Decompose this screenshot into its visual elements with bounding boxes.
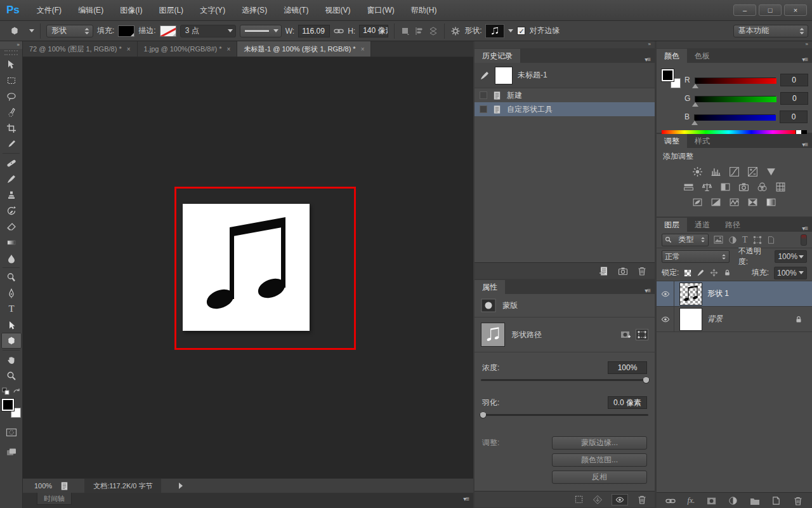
path-operations-icon[interactable] <box>400 26 410 36</box>
canvas-pasteboard[interactable] <box>23 57 473 478</box>
current-tool-preset[interactable] <box>5 23 24 39</box>
blur-tool[interactable] <box>1 250 22 266</box>
tab-properties[interactable]: 属性 <box>475 280 505 294</box>
opacity-dropdown[interactable]: 100% <box>775 250 807 263</box>
link-dimensions-icon[interactable] <box>334 27 344 35</box>
dodge-tool[interactable] <box>1 269 22 285</box>
width-input[interactable]: 116.09 <box>298 25 330 37</box>
close-tab-icon[interactable]: × <box>227 46 231 53</box>
color-panel-swatches[interactable] <box>662 69 681 88</box>
fill-dropdown[interactable]: 100% <box>774 267 807 279</box>
fill-swatch[interactable] <box>118 25 134 37</box>
mask-visibility-button[interactable] <box>612 494 628 505</box>
photo-filter-icon[interactable] <box>738 182 749 192</box>
history-state-row[interactable]: 新建 <box>475 88 655 102</box>
rectangular-marquee-tool[interactable] <box>1 72 22 88</box>
layer-thumbnail[interactable] <box>679 283 702 305</box>
tab-swatches[interactable]: 色板 <box>687 49 717 63</box>
tab-styles[interactable]: 样式 <box>687 134 717 148</box>
layer-row-shape1[interactable]: 形状 1 <box>657 281 812 307</box>
density-slider[interactable] <box>481 379 648 381</box>
gradient-tool[interactable] <box>1 234 22 250</box>
history-snapshot-row[interactable]: 未标题-1 <box>475 63 655 88</box>
shape-picker[interactable] <box>485 24 504 38</box>
collapse-panels-icon[interactable]: » <box>657 41 812 48</box>
filter-pixel-layers-icon[interactable] <box>714 236 723 244</box>
layer-row-background[interactable]: 背景 <box>657 307 812 332</box>
add-pixel-mask-icon[interactable] <box>620 330 632 340</box>
quick-selection-tool[interactable] <box>1 104 22 120</box>
threshold-icon[interactable] <box>729 197 740 208</box>
properties-panel-menu-icon[interactable]: ▾≡ <box>640 287 655 294</box>
menu-view[interactable]: 视图(V) <box>317 0 358 20</box>
layer-name[interactable]: 背景 <box>707 314 723 324</box>
toolbar-collapse[interactable]: » <box>0 41 22 49</box>
new-document-from-state-icon[interactable] <box>599 266 609 276</box>
tab-layers[interactable]: 图层 <box>657 218 687 232</box>
history-source-checkbox[interactable] <box>480 91 487 99</box>
stroke-swatch[interactable] <box>160 25 176 37</box>
lock-transparency-icon[interactable] <box>684 269 691 277</box>
move-tool[interactable] <box>1 57 22 72</box>
layer-name[interactable]: 形状 1 <box>707 288 729 299</box>
shape-path-thumbnail[interactable] <box>481 323 505 347</box>
status-flyout-icon[interactable] <box>178 482 184 490</box>
exposure-icon[interactable] <box>747 166 758 177</box>
foreground-color-swatch[interactable] <box>662 69 674 81</box>
menu-layer[interactable]: 图层(L) <box>150 0 192 20</box>
tab-color[interactable]: 颜色 <box>657 49 687 63</box>
menu-filter[interactable]: 滤镜(T) <box>275 0 317 20</box>
custom-shape-tool[interactable] <box>1 333 22 349</box>
invert-icon[interactable] <box>692 197 703 208</box>
path-alignment-icon[interactable] <box>414 26 424 36</box>
brush-tool[interactable] <box>1 171 22 187</box>
eyedropper-tool[interactable] <box>1 136 22 152</box>
filter-adjustment-layers-icon[interactable] <box>728 236 737 244</box>
blue-value[interactable]: 0 <box>780 110 808 123</box>
layer-style-fx-icon[interactable]: fx. <box>688 496 695 505</box>
density-value[interactable]: 100% <box>608 361 647 374</box>
document-tab-2[interactable]: 1.jpg @ 100%(RGB/8#) * × <box>138 41 238 57</box>
red-value[interactable]: 0 <box>780 74 808 86</box>
menu-file[interactable]: 文件(F) <box>29 0 70 20</box>
layer-thumbnail[interactable] <box>679 308 702 331</box>
path-arrangement-icon[interactable] <box>428 26 438 36</box>
timeline-tab[interactable]: 时间轴 <box>37 493 72 505</box>
menu-image[interactable]: 图像(I) <box>112 0 150 20</box>
curves-icon[interactable] <box>729 166 740 177</box>
selective-color-icon[interactable] <box>766 197 776 208</box>
gradient-map-icon[interactable] <box>747 197 758 208</box>
layers-panel-menu-icon[interactable]: ▾≡ <box>797 225 812 232</box>
delete-layer-trash-icon[interactable] <box>793 496 803 506</box>
new-adjustment-layer-icon[interactable] <box>728 496 738 505</box>
history-state-row-selected[interactable]: 自定形状工具 <box>475 102 655 116</box>
history-panel-menu-icon[interactable]: ▾≡ <box>640 56 655 63</box>
menu-help[interactable]: 帮助(H) <box>403 0 445 20</box>
color-panel-menu-icon[interactable]: ▾≡ <box>797 56 812 63</box>
vibrance-icon[interactable] <box>766 166 776 177</box>
green-value[interactable]: 0 <box>780 92 808 105</box>
filter-shape-layers-icon[interactable] <box>753 236 762 244</box>
zoom-tool[interactable] <box>1 368 22 384</box>
channel-mixer-icon[interactable] <box>757 182 768 192</box>
menu-window[interactable]: 窗口(W) <box>358 0 402 20</box>
history-brush-tool[interactable] <box>1 203 22 218</box>
workspace-dropdown[interactable]: 基本功能 <box>733 25 808 37</box>
green-slider[interactable] <box>695 96 776 102</box>
clone-stamp-tool[interactable] <box>1 187 22 203</box>
menu-select[interactable]: 选择(S) <box>233 0 275 20</box>
menu-type[interactable]: 文字(Y) <box>192 0 233 20</box>
toolbar-grip[interactable] <box>4 50 18 55</box>
invert-button[interactable]: 反相 <box>552 471 647 484</box>
black-white-icon[interactable] <box>720 182 731 192</box>
vector-mask-button-active[interactable] <box>636 329 648 340</box>
red-slider[interactable] <box>695 77 776 83</box>
lock-pixels-brush-icon[interactable] <box>697 269 705 277</box>
lock-position-icon[interactable] <box>710 269 718 277</box>
blue-slider-thumb[interactable] <box>691 117 698 125</box>
color-balance-icon[interactable] <box>702 182 712 192</box>
tab-history[interactable]: 历史记录 <box>475 49 520 63</box>
default-colors-icon[interactable] <box>2 387 10 395</box>
quick-mask-button[interactable] <box>1 424 22 440</box>
red-slider-thumb[interactable] <box>692 81 698 88</box>
